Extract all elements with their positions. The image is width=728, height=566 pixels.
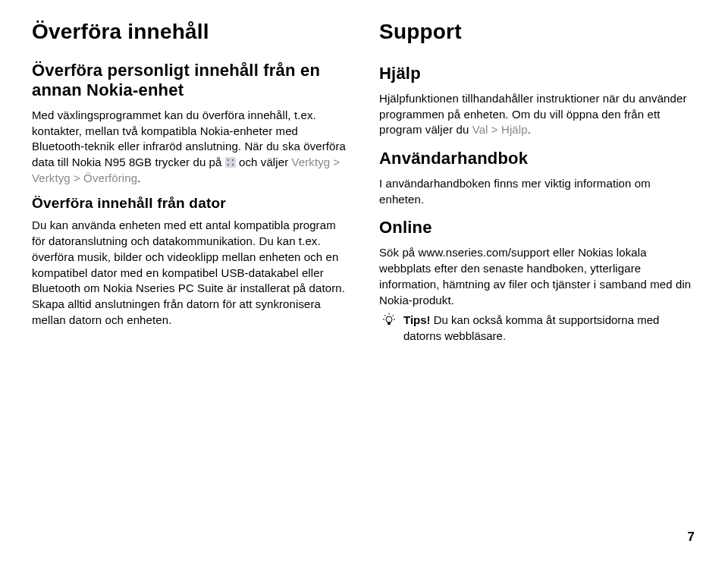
heading-transfer: Överföra innehåll — [32, 20, 350, 44]
paragraph-transfer-device: Med växlingsprogrammet kan du överföra i… — [32, 108, 350, 186]
text-post-pre: och väljer — [239, 156, 291, 168]
svg-rect-11 — [388, 322, 391, 325]
heading-transfer-from-device: Överföra personligt innehåll från en ann… — [32, 61, 350, 100]
paragraph-user-guide: I användarhandboken finns mer viktig inf… — [379, 176, 698, 207]
page-number: 7 — [688, 530, 695, 545]
svg-line-7 — [393, 315, 394, 316]
svg-point-3 — [228, 164, 229, 165]
text-end: . — [137, 171, 140, 184]
svg-point-1 — [228, 159, 229, 161]
menu-icon — [225, 156, 236, 167]
paragraph-help: Hjälpfunktionen tillhandahåller instrukt… — [379, 91, 698, 138]
tip-body-text: Du kan också komma åt supportsidorna med… — [403, 313, 659, 342]
svg-point-2 — [232, 159, 234, 161]
tip-row: Tips! Du kan också komma åt supportsidor… — [379, 313, 698, 344]
heading-support: Support — [379, 20, 698, 44]
text-help-end: . — [528, 123, 531, 136]
heading-transfer-from-computer: Överföra innehåll från dator — [32, 195, 350, 212]
svg-point-10 — [386, 316, 392, 322]
menu-path-help: Val > Hjälp — [472, 123, 528, 136]
heading-user-guide: Användarhandbok — [379, 149, 698, 168]
paragraph-transfer-computer: Du kan använda enheten med ett antal kom… — [32, 218, 350, 328]
paragraph-online: Sök på www.nseries.com/support eller Nok… — [379, 245, 698, 308]
heading-online: Online — [379, 218, 698, 237]
heading-help: Hjälp — [379, 64, 698, 83]
tip-text: Tips! Du kan också komma åt supportsidor… — [403, 313, 698, 344]
text-help-pre: Hjälpfunktionen tillhandahåller instrukt… — [379, 92, 687, 136]
lightbulb-icon — [382, 313, 396, 326]
svg-line-6 — [384, 315, 386, 316]
svg-rect-0 — [225, 157, 236, 168]
tip-label: Tips! — [403, 313, 431, 326]
svg-point-4 — [232, 164, 234, 165]
